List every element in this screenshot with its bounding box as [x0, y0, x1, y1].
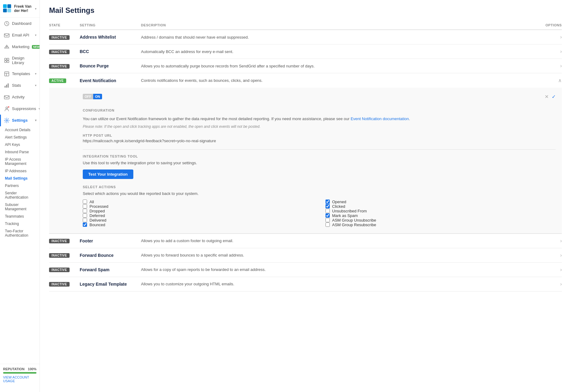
svg-point-6: [6, 46, 7, 48]
checkboxes-grid: All Processed Dropped Deferred: [83, 200, 556, 227]
settings-row-main-bcc[interactable]: INACTIVE BCC Automatically BCC an addres…: [49, 44, 562, 59]
checkbox-mark-as-spam-input[interactable]: [325, 213, 330, 218]
chevron-down-icon: ›: [560, 267, 562, 272]
settings-row-main-footer[interactable]: INACTIVE Footer Allows you to add a cust…: [49, 234, 562, 248]
settings-row-main-legacy-email-template[interactable]: INACTIVE Legacy Email Template Allows yo…: [49, 277, 562, 291]
sidebar-item-design-library[interactable]: Design Library: [0, 53, 40, 68]
settings-table: STATE SETTING DESCRIPTION OPTIONS INACTI…: [49, 21, 562, 291]
state-badge: ACTIVE: [49, 78, 66, 83]
svg-rect-10: [7, 61, 9, 63]
checkbox-clicked-input[interactable]: [325, 204, 330, 208]
checkbox-all-label: All: [89, 200, 94, 204]
integration-section-title: INTEGRATION TESTING TOOL: [83, 154, 556, 158]
sidebar-item-suppressions[interactable]: Suppressions ▾: [0, 103, 40, 115]
sidebar-item-templates[interactable]: Templates ▾: [0, 68, 40, 80]
settings-row-event-notification: ACTIVE Event Notification Controls notif…: [49, 73, 562, 234]
chevron-down-icon: ›: [560, 34, 562, 40]
sidebar-item-stats[interactable]: Stats ▾: [0, 80, 40, 91]
checkbox-dropped-input[interactable]: [83, 209, 87, 213]
state-badge: INACTIVE: [49, 50, 70, 54]
sidebar-sub-subuser-management[interactable]: Subuser Management: [0, 201, 40, 213]
suppressions-icon: [4, 106, 10, 112]
checkbox-mark-as-spam[interactable]: Mark as Spam: [325, 213, 556, 218]
chevron-down-icon: ›: [560, 63, 562, 68]
checkbox-deferred-input[interactable]: [83, 213, 87, 218]
brand-logo: [3, 4, 12, 13]
settings-row-bounce-purge: INACTIVE Bounce Purge Allows you to auto…: [49, 59, 562, 73]
checkbox-processed[interactable]: Processed: [83, 204, 313, 209]
settings-row-main-forward-bounce[interactable]: INACTIVE Forward Bounce Allows you to fo…: [49, 248, 562, 262]
checkbox-asm-group-resubscribe-label: ASM Group Resubscribe: [332, 223, 376, 227]
state-badge: INACTIVE: [49, 64, 70, 69]
test-integration-button[interactable]: Test Your Integration: [83, 169, 133, 179]
svg-point-21: [6, 120, 8, 121]
chevron-down-icon: ›: [560, 281, 562, 287]
checkbox-delivered-input[interactable]: [83, 218, 87, 222]
checkbox-processed-input[interactable]: [83, 204, 87, 208]
checkbox-dropped-label: Dropped: [89, 209, 105, 213]
checkbox-clicked[interactable]: Clicked: [325, 204, 556, 209]
sidebar-item-activity[interactable]: Activity: [0, 91, 40, 103]
sidebar-sub-ip-access-management[interactable]: IP Access Management: [0, 156, 40, 167]
setting-name: BCC: [80, 49, 141, 54]
svg-rect-3: [7, 9, 11, 12]
checkbox-asm-group-unsubscribe-input[interactable]: [325, 218, 330, 222]
reputation-value: 100%: [28, 367, 36, 371]
sidebar-sub-mail-settings[interactable]: Mail Settings: [0, 175, 40, 182]
checkbox-asm-group-unsubscribe[interactable]: ASM Group Unsubscribe: [325, 218, 556, 223]
sidebar-item-dashboard[interactable]: Dashboard: [0, 18, 40, 29]
sidebar-sub-sender-authentication[interactable]: Sender Authentication: [0, 189, 40, 201]
checkbox-bounced-input[interactable]: [83, 223, 87, 227]
setting-desc: Allows you to forward bounces to a speci…: [141, 253, 537, 257]
brand[interactable]: Freek Van der Her! ▾: [0, 0, 40, 18]
activity-icon: [4, 94, 10, 100]
new-badge: NEW: [32, 45, 40, 49]
sidebar-sub-inbound-parse[interactable]: Inbound Parse: [0, 148, 40, 156]
sidebar-item-email-api[interactable]: Email API ▾: [0, 29, 40, 41]
checkbox-dropped[interactable]: Dropped: [83, 209, 313, 213]
config-cancel-button[interactable]: ✕: [545, 94, 549, 100]
sidebar-sub-alert-settings[interactable]: Alert Settings: [0, 134, 40, 141]
integration-desc: Use this tool to verify the integration …: [83, 161, 556, 165]
checkbox-unsubscribed-from-label: Unsubscribed From: [332, 209, 367, 213]
sidebar-item-marketing[interactable]: Marketing NEW ▾: [0, 41, 40, 53]
checkbox-opened-input[interactable]: [325, 200, 330, 204]
svg-rect-7: [5, 58, 6, 60]
toggle-switch[interactable]: OFF ON: [83, 94, 102, 99]
sidebar-sub-two-factor[interactable]: Two-Factor Authentication: [0, 227, 40, 239]
sidebar-sub-partners[interactable]: Partners: [0, 182, 40, 189]
sidebar-sub-teammates[interactable]: Teammates: [0, 213, 40, 220]
checkbox-unsubscribed-from-input[interactable]: [325, 209, 330, 213]
svg-point-18: [6, 107, 8, 109]
checkbox-delivered[interactable]: Delivered: [83, 218, 313, 223]
checkboxes-left-col: All Processed Dropped Deferred: [83, 200, 313, 227]
settings-row-main-bounce-purge[interactable]: INACTIVE Bounce Purge Allows you to auto…: [49, 59, 562, 73]
checkbox-asm-group-resubscribe[interactable]: ASM Group Resubscribe: [325, 223, 556, 227]
sidebar-sub-account-details[interactable]: Account Details: [0, 126, 40, 134]
settings-row-main-forward-spam[interactable]: INACTIVE Forward Spam Allows for a copy …: [49, 263, 562, 277]
marketing-icon: [4, 44, 10, 50]
email-api-icon: [4, 32, 10, 38]
config-save-button[interactable]: ✓: [552, 94, 556, 100]
sidebar-sub-tracking[interactable]: Tracking: [0, 220, 40, 227]
setting-desc: Allows you to customize your outgoing HT…: [141, 282, 537, 286]
sidebar-sub-api-keys[interactable]: API Keys: [0, 141, 40, 148]
event-notification-doc-link[interactable]: Event Notification documentation: [351, 116, 409, 121]
sidebar-item-settings[interactable]: Settings ▾: [0, 115, 40, 126]
checkbox-deferred[interactable]: Deferred: [83, 213, 313, 218]
main-content: Mail Settings STATE SETTING DESCRIPTION …: [40, 0, 571, 392]
checkbox-all[interactable]: All: [83, 200, 313, 204]
checkbox-asm-group-resubscribe-input[interactable]: [325, 223, 330, 227]
view-account-link[interactable]: VIEW ACCOUNT USAGE: [3, 375, 36, 383]
checkbox-bounced[interactable]: Bounced: [83, 223, 313, 227]
settings-row-main-address-whitelist[interactable]: INACTIVE Address Whitelist Address / dom…: [49, 30, 562, 44]
checkbox-opened[interactable]: Opened: [325, 200, 556, 204]
setting-name: Legacy Email Template: [80, 282, 141, 287]
svg-rect-16: [8, 83, 9, 88]
checkbox-unsubscribed-from[interactable]: Unsubscribed From: [325, 209, 556, 213]
settings-row-main-event-notification[interactable]: ACTIVE Event Notification Controls notif…: [49, 73, 562, 88]
checkbox-all-input[interactable]: [83, 200, 87, 204]
setting-name: Address Whitelist: [80, 35, 141, 40]
sidebar-sub-ip-addresses[interactable]: IP Addresses: [0, 167, 40, 175]
svg-rect-11: [5, 72, 9, 76]
